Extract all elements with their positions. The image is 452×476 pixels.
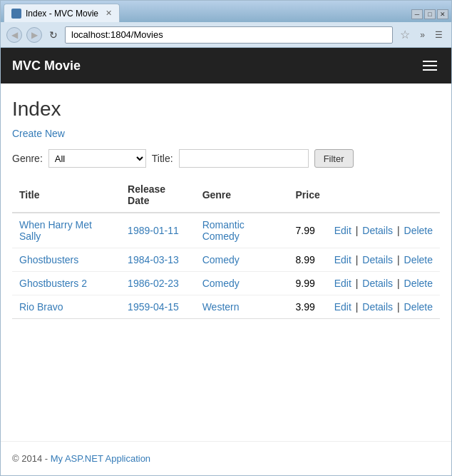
- movie-genre: Western: [195, 295, 289, 319]
- table-row: When Harry Met Sally1989-01-11Romantic C…: [12, 213, 440, 248]
- navbar: MVC Movie: [1, 48, 451, 83]
- edit-link[interactable]: Edit: [334, 225, 351, 236]
- movie-title: Rio Bravo: [12, 295, 120, 319]
- table-row: Ghostbusters 21986-02-23Comedy9.99Edit |…: [12, 272, 440, 295]
- delete-link[interactable]: Delete: [404, 225, 433, 236]
- tab-title: Index - MVC Movie: [26, 9, 98, 19]
- movie-title: Ghostbusters 2: [12, 272, 120, 295]
- delete-link[interactable]: Delete: [404, 301, 433, 313]
- main-content: Index Create New Genre: All Comedy Roman…: [1, 83, 451, 441]
- title-bar: Index - MVC Movie ✕ ─ □ ✕: [1, 1, 451, 22]
- col-price: Price: [289, 178, 327, 213]
- movie-genre: Comedy: [195, 248, 289, 272]
- movie-actions: Edit | Details | Delete: [327, 248, 440, 272]
- bookmark-icon[interactable]: ☆: [397, 28, 413, 41]
- details-link[interactable]: Details: [362, 278, 393, 289]
- details-link[interactable]: Details: [362, 225, 393, 236]
- movie-price: 9.99: [289, 272, 327, 295]
- edit-link[interactable]: Edit: [334, 278, 351, 289]
- details-link[interactable]: Details: [362, 301, 393, 313]
- movie-date-link[interactable]: 1984-03-13: [128, 254, 179, 265]
- movie-title-link[interactable]: Ghostbusters 2: [19, 278, 87, 289]
- movie-release-date: 1984-03-13: [120, 248, 195, 272]
- action-separator: |: [353, 301, 361, 313]
- browser-tab[interactable]: Index - MVC Movie ✕: [4, 4, 120, 22]
- navbar-toggle-btn[interactable]: [420, 58, 440, 74]
- hamburger-line: [423, 61, 437, 62]
- movie-title: Ghostbusters: [12, 248, 120, 272]
- edit-link[interactable]: Edit: [334, 301, 351, 313]
- title-input[interactable]: [179, 149, 309, 168]
- hamburger-line: [423, 69, 437, 71]
- movie-actions: Edit | Details | Delete: [327, 213, 440, 248]
- tab-favicon: [11, 9, 21, 19]
- col-genre: Genre: [195, 178, 289, 213]
- url-input[interactable]: [65, 26, 393, 44]
- edit-link[interactable]: Edit: [334, 254, 351, 265]
- action-separator: |: [353, 254, 361, 265]
- movie-genre-link[interactable]: Comedy: [202, 254, 240, 265]
- page-content: MVC Movie Index Create New Genre: All Co…: [1, 48, 451, 475]
- movie-actions: Edit | Details | Delete: [327, 272, 440, 295]
- hamburger-line: [423, 65, 437, 66]
- movie-date-link[interactable]: 1989-01-11: [128, 225, 179, 236]
- footer-link[interactable]: My ASP.NET Application: [51, 453, 150, 464]
- movie-price: 7.99: [289, 213, 327, 248]
- action-separator: |: [353, 225, 361, 236]
- close-btn[interactable]: ✕: [437, 9, 448, 19]
- minimize-btn[interactable]: ─: [411, 9, 423, 19]
- table-row: Ghostbusters1984-03-13Comedy8.99Edit | D…: [12, 248, 440, 272]
- filter-form: Genre: All Comedy Romantic Comedy Wester…: [12, 149, 440, 168]
- col-release-date: Release Date: [120, 178, 195, 213]
- movie-date-link[interactable]: 1986-02-23: [128, 278, 179, 289]
- address-bar: ◀ ▶ ↻ ☆ » ☰: [1, 22, 451, 48]
- movie-release-date: 1986-02-23: [120, 272, 195, 295]
- col-title: Title: [12, 178, 120, 213]
- page-title: Index: [12, 98, 440, 121]
- movie-price: 8.99: [289, 248, 327, 272]
- movie-genre: Romantic Comedy: [195, 213, 289, 248]
- movies-table: Title Release Date Genre Price When Harr…: [12, 178, 440, 319]
- refresh-button[interactable]: ↻: [46, 28, 61, 42]
- filter-button[interactable]: Filter: [314, 149, 354, 168]
- action-separator: |: [394, 254, 402, 265]
- window-controls: ─ □ ✕: [411, 9, 448, 22]
- tab-close-btn[interactable]: ✕: [106, 9, 112, 18]
- movie-release-date: 1989-01-11: [120, 213, 195, 248]
- browser-menu-icon[interactable]: ☰: [432, 30, 446, 40]
- movie-title-link[interactable]: Rio Bravo: [19, 301, 63, 313]
- maximize-btn[interactable]: □: [424, 9, 436, 19]
- movie-date-link[interactable]: 1959-04-15: [128, 301, 179, 313]
- forward-button[interactable]: ▶: [26, 27, 42, 43]
- movie-genre-link[interactable]: Comedy: [202, 278, 240, 289]
- footer-copyright: © 2014 -: [12, 453, 51, 464]
- more-icon[interactable]: »: [417, 30, 428, 40]
- movie-actions: Edit | Details | Delete: [327, 295, 440, 319]
- genre-label: Genre:: [12, 153, 43, 164]
- footer: © 2014 - My ASP.NET Application: [1, 441, 451, 475]
- genre-select[interactable]: All Comedy Romantic Comedy Western: [48, 149, 146, 168]
- movie-title-link[interactable]: When Harry Met Sally: [19, 219, 92, 242]
- movie-title: When Harry Met Sally: [12, 213, 120, 248]
- movie-price: 3.99: [289, 295, 327, 319]
- create-new-link[interactable]: Create New: [12, 128, 65, 139]
- action-separator: |: [394, 301, 402, 313]
- movie-title-link[interactable]: Ghostbusters: [19, 254, 78, 265]
- action-separator: |: [394, 225, 402, 236]
- movie-genre-link[interactable]: Western: [202, 301, 240, 313]
- col-actions: [327, 178, 440, 213]
- movie-genre: Comedy: [195, 272, 289, 295]
- movie-release-date: 1959-04-15: [120, 295, 195, 319]
- action-separator: |: [394, 278, 402, 289]
- title-label: Title:: [152, 153, 173, 164]
- action-separator: |: [353, 278, 361, 289]
- movie-genre-link[interactable]: Romantic Comedy: [202, 219, 245, 242]
- delete-link[interactable]: Delete: [404, 254, 433, 265]
- back-button[interactable]: ◀: [6, 27, 22, 43]
- delete-link[interactable]: Delete: [404, 278, 433, 289]
- table-header-row: Title Release Date Genre Price: [12, 178, 440, 213]
- navbar-brand: MVC Movie: [12, 59, 81, 74]
- table-row: Rio Bravo1959-04-15Western3.99Edit | Det…: [12, 295, 440, 319]
- details-link[interactable]: Details: [362, 254, 393, 265]
